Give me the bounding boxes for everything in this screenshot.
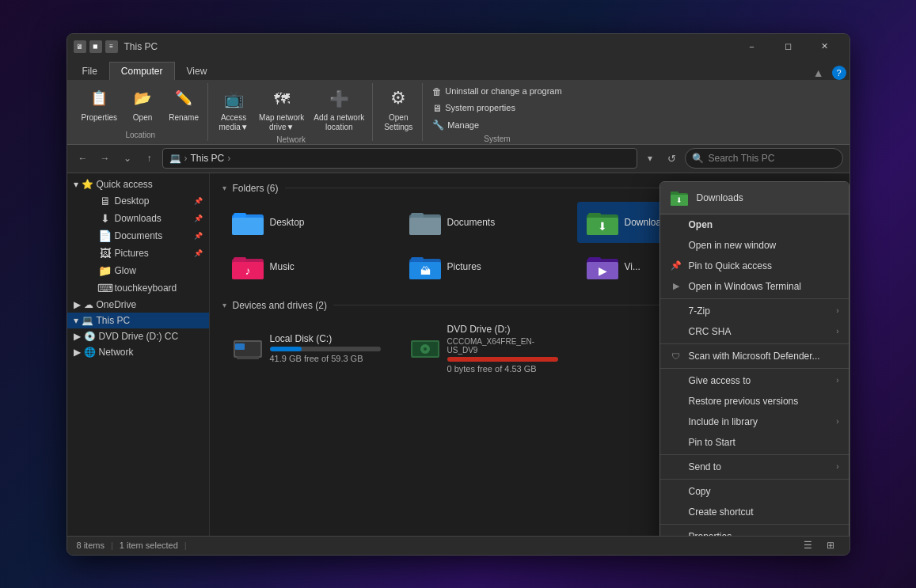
rename-button[interactable]: ✏️ Rename <box>165 85 203 124</box>
drive-c[interactable]: Local Disk (C:) 41.9 GB free of 59.3 GB <box>222 319 397 378</box>
address-dropdown-button[interactable]: ▾ <box>640 149 659 168</box>
ctx-create-shortcut[interactable]: Create shortcut <box>660 502 849 522</box>
sidebar-item-downloads[interactable]: ⬇ Downloads 📌 <box>67 210 209 227</box>
svg-rect-1 <box>232 218 264 235</box>
access-media-button[interactable]: 📺 Accessmedia▼ <box>215 85 253 134</box>
search-icon: 🔍 <box>692 153 704 164</box>
ctx-crc-sha[interactable]: CRC SHA › <box>660 321 849 342</box>
ctx-properties[interactable]: Properties <box>660 526 849 536</box>
sidebar: ▾ ⭐ Quick access 🖥 Desktop 📌 ⬇ Downloads… <box>67 173 210 536</box>
open-icon: 📂 <box>130 86 155 112</box>
svg-rect-12 <box>234 257 246 262</box>
pictures-pin-icon: 📌 <box>194 249 203 257</box>
folder-documents-label: Documents <box>447 217 496 228</box>
ctx-copy[interactable]: Copy <box>660 481 849 502</box>
grid-view-button[interactable]: ⊞ <box>821 536 840 555</box>
list-view-button[interactable]: ☰ <box>799 536 818 555</box>
add-network-icon: ➕ <box>326 86 352 112</box>
help-button[interactable]: ? <box>832 66 846 80</box>
sidebar-item-documents[interactable]: 📄 Documents 📌 <box>67 227 209 245</box>
sidebar-item-desktop[interactable]: 🖥 Desktop 📌 <box>67 192 209 210</box>
folder-pictures[interactable]: 🏔 Pictures <box>400 246 574 287</box>
ctx-send-to[interactable]: Send to › <box>660 457 849 477</box>
folder-documents[interactable]: Documents <box>400 202 574 243</box>
ctx-restore-versions[interactable]: Restore previous versions <box>660 391 849 412</box>
ribbon-group-network: 📺 Accessmedia▼ 🗺 Map networkdrive▼ ➕ Add… <box>210 83 373 141</box>
ribbon-network-items: 📺 Accessmedia▼ 🗺 Map networkdrive▼ ➕ Add… <box>215 85 367 134</box>
ctx-crc-arrow: › <box>836 327 838 336</box>
search-placeholder: Search This PC <box>709 153 775 164</box>
refresh-button[interactable]: ↺ <box>663 149 682 168</box>
tab-view[interactable]: View <box>175 62 219 80</box>
sidebar-item-this-pc[interactable]: ▾ 💻 This PC <box>67 313 209 328</box>
thispc-expander: ▾ <box>74 315 78 326</box>
ctx-pin-quick-access[interactable]: 📌 Pin to Quick access <box>660 256 849 276</box>
open-settings-button[interactable]: ⚙ OpenSettings <box>379 85 417 134</box>
folder-desktop-icon <box>232 207 264 238</box>
ctx-give-access[interactable]: Give access to › <box>660 370 849 391</box>
folder-desktop-label: Desktop <box>270 217 305 228</box>
ctx-open-new-window[interactable]: Open in new window <box>660 235 849 256</box>
add-network-location-button[interactable]: ➕ Add a networklocation <box>310 85 367 134</box>
sidebar-item-quick-access[interactable]: ▾ ⭐ Quick access <box>67 176 209 192</box>
dvd-expander: ▶ <box>74 331 81 342</box>
drives-section-label: Devices and drives (2) <box>233 300 327 311</box>
tab-computer[interactable]: Computer <box>109 62 175 80</box>
ctx-sep-1 <box>660 298 849 299</box>
system-properties-button[interactable]: 🖥 System properties <box>429 101 519 116</box>
svg-rect-32 <box>671 192 678 195</box>
ctx-pin-start[interactable]: Pin to Start <box>660 432 849 453</box>
folder-music[interactable]: ♪ Music <box>222 246 397 287</box>
svg-text:⬇: ⬇ <box>598 220 607 233</box>
address-path[interactable]: 💻 › This PC › <box>162 148 637 169</box>
drive-c-icon <box>232 332 264 364</box>
maximize-button[interactable]: ◻ <box>770 34 807 59</box>
view-toggle: ☰ ⊞ <box>799 536 840 555</box>
ctx-open[interactable]: Open <box>660 214 849 235</box>
ribbon-collapse-button[interactable]: ▲ <box>808 66 829 79</box>
up-button[interactable]: ↑ <box>140 149 159 168</box>
system-group-label: System <box>429 133 564 143</box>
properties-button[interactable]: 📋 Properties <box>78 85 121 124</box>
ctx-sep-3 <box>660 368 849 369</box>
path-computer-icon: 💻 <box>169 153 181 164</box>
ctx-open-terminal[interactable]: ▶ Open in Windows Terminal <box>660 276 849 297</box>
back-button[interactable]: ← <box>74 149 93 168</box>
recent-button[interactable]: ⌄ <box>118 149 137 168</box>
ctx-include-library[interactable]: Include in library › <box>660 412 849 432</box>
drive-d-fill <box>447 357 558 362</box>
sidebar-item-touchkeyboard[interactable]: ⌨ touchkeyboard <box>67 279 209 297</box>
open-button[interactable]: 📂 Open <box>124 85 162 124</box>
ctx-scan-defender[interactable]: 🛡 Scan with Microsoft Defender... <box>660 346 849 366</box>
quick-access-expander: ▾ <box>74 179 78 190</box>
sidebar-item-pictures[interactable]: 🖼 Pictures 📌 <box>67 245 209 262</box>
ctx-7zip[interactable]: 7-Zip › <box>660 301 849 321</box>
onedrive-expander: ▶ <box>74 299 81 310</box>
network-expander: ▶ <box>74 347 81 358</box>
tab-file[interactable]: File <box>70 62 109 80</box>
sidebar-item-glow[interactable]: 📁 Glow <box>67 262 209 279</box>
sidebar-item-dvd-drive[interactable]: ▶ 💿 DVD Drive (D:) CC <box>67 328 209 344</box>
address-dropdown[interactable]: ▾ <box>640 149 659 168</box>
map-network-drive-button[interactable]: 🗺 Map networkdrive▼ <box>256 85 307 134</box>
drives-chevron: ▾ <box>222 301 226 309</box>
search-box[interactable]: 🔍 Search This PC <box>685 148 843 169</box>
svg-rect-25 <box>235 343 245 350</box>
drive-d-subname: CCCOMA_X64FRE_EN-US_DV9 <box>447 337 564 355</box>
network-group-label: Network <box>215 134 367 144</box>
drive-d[interactable]: DVD Drive (D:) CCCOMA_X64FRE_EN-US_DV9 0… <box>400 319 574 378</box>
manage-button[interactable]: 🔧 Manage <box>429 118 482 132</box>
folder-desktop[interactable]: Desktop <box>222 202 397 243</box>
uninstall-button[interactable]: 🗑 Uninstall or change a program <box>429 85 564 99</box>
content-area: ▾ Folders (6) Desktop <box>210 173 849 536</box>
documents-icon: 📄 <box>99 230 112 242</box>
ribbon-system-items: 🗑 Uninstall or change a program 🖥 System… <box>429 85 564 133</box>
close-button[interactable]: ✕ <box>807 34 843 59</box>
address-bar: ← → ⌄ ↑ 💻 › This PC › ▾ ↺ 🔍 Search This … <box>67 145 849 173</box>
drive-c-free: 41.9 GB free of 59.3 GB <box>270 354 381 363</box>
sidebar-item-onedrive[interactable]: ▶ ☁ OneDrive <box>67 297 209 313</box>
minimize-button[interactable]: − <box>734 34 770 59</box>
forward-button[interactable]: → <box>96 149 115 168</box>
title-bar: 🖥 ◼ ≡ This PC − ◻ ✕ <box>67 34 849 59</box>
sidebar-item-network[interactable]: ▶ 🌐 Network <box>67 344 209 360</box>
